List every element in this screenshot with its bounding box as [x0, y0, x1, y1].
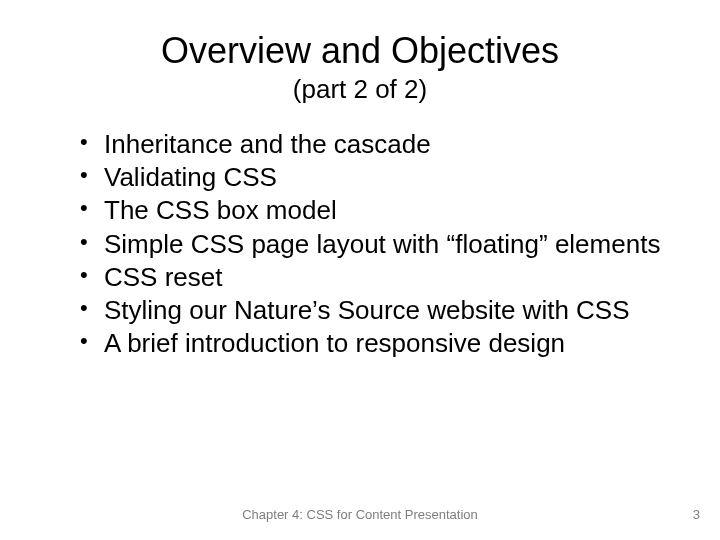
- slide-title: Overview and Objectives: [40, 30, 680, 72]
- list-item: Styling our Nature’s Source website with…: [80, 295, 680, 326]
- list-item: A brief introduction to responsive desig…: [80, 328, 680, 359]
- list-item: Simple CSS page layout with “floating” e…: [80, 229, 680, 260]
- footer-text: Chapter 4: CSS for Content Presentation: [0, 507, 720, 522]
- slide: Overview and Objectives (part 2 of 2) In…: [0, 0, 720, 540]
- page-number: 3: [693, 507, 700, 522]
- list-item: The CSS box model: [80, 195, 680, 226]
- list-item: CSS reset: [80, 262, 680, 293]
- slide-subtitle: (part 2 of 2): [40, 74, 680, 105]
- list-item: Validating CSS: [80, 162, 680, 193]
- bullet-list: Inheritance and the cascade Validating C…: [40, 129, 680, 359]
- list-item: Inheritance and the cascade: [80, 129, 680, 160]
